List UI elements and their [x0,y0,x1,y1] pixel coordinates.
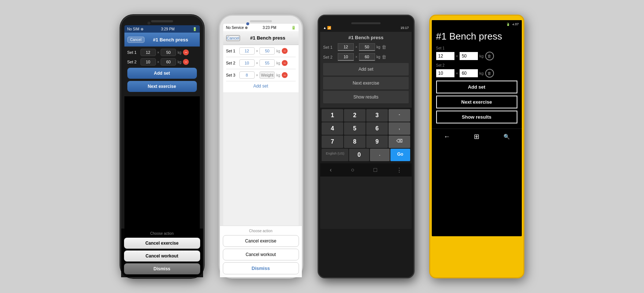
x-symbol-3: × [256,73,258,77]
iphone-black-device: No SIM ⊕ 3:29 PM 🔋 Cancel #1 Bench press… [120,15,204,278]
multiply-symbol-1: × [157,51,160,55]
numpad-8[interactable]: 8 [344,136,366,148]
set-2-label: Set 2 [127,60,139,64]
set-1-label-white: Set 1 [226,49,238,53]
x-symbol-1: × [256,49,258,53]
set-row-1-white: Set 1 × kg − [226,47,296,57]
android-delete-set-1[interactable]: 🗑 [382,44,386,50]
set-2-weight-white[interactable] [259,59,275,67]
numpad-1[interactable]: 1 [322,109,343,122]
wp-set-2-reps[interactable] [436,69,454,77]
numpad-language: English (US) [322,149,348,161]
android-time: 15:17 [400,26,409,30]
numpad-go[interactable]: Go [390,149,410,161]
numpad-comma[interactable]: , [389,122,410,135]
android-set-2-reps[interactable] [338,53,354,61]
numpad-6[interactable]: 6 [366,122,388,135]
wp-show-results-button[interactable]: Show results [436,111,517,123]
android-set-1: Set 1 × kg 🗑 [323,43,409,51]
add-set-link-white[interactable]: Add set [226,84,296,89]
numpad-4[interactable]: 4 [322,122,343,135]
wp-search-button[interactable]: 🔍 [503,134,510,140]
set-1-weight-white[interactable] [259,47,275,55]
nokia-device: NOKIA 🔋 4:07 #1 Bench press Set 1 × kg 🗑… [429,15,524,278]
android-back-button[interactable]: ‹ [330,167,332,173]
earpiece-speaker [151,20,173,22]
android-add-set-button[interactable]: Add set [323,63,409,75]
numpad-3[interactable]: 3 [366,109,388,122]
android-home-button[interactable]: ○ [351,167,355,173]
wp-set-1-row: × kg 🗑 [436,52,517,60]
wp-windows-button[interactable]: ⊞ [474,133,479,141]
wp-set-1-weight[interactable] [460,52,478,60]
remove-set-2-button[interactable]: − [183,59,189,65]
android-set-1-weight[interactable] [359,43,375,51]
carrier-signal-white: No Service ⊕ [226,26,248,30]
wp-set-1-label: Set 1 [436,46,517,50]
numpad-9[interactable]: 9 [366,136,388,148]
remove-set-2-white[interactable]: − [282,60,288,66]
android-screen: ▲ 📶 15:17 #1 Bench press Set 1 × kg 🗑 Se… [320,24,412,229]
set-row-2-white: Set 2 × kg − [226,59,296,69]
carrier-signal: No SIM ⊕ [127,27,143,31]
add-set-button[interactable]: Add set [127,68,197,79]
numpad-dash[interactable]: - [389,109,410,122]
android-delete-set-2[interactable]: 🗑 [382,54,386,60]
navigation-bar-white: Cancel #1 Bench press [223,31,299,45]
numpad-row-4: English (US) 0 . Go [322,149,410,161]
remove-set-1-white[interactable]: − [282,48,288,54]
set-1-weight-input[interactable] [161,49,176,56]
set-1-reps-input[interactable] [141,49,156,56]
wp-set-2-label: Set 2 [436,63,517,67]
set-2-weight-input[interactable] [161,58,176,66]
numpad-7[interactable]: 7 [322,136,343,148]
wp-delete-set-1[interactable]: 🗑 [485,52,494,60]
numpad-backspace[interactable]: ⌫ [389,136,410,148]
remove-set-3-white[interactable]: − [282,72,288,78]
set-2-reps-input[interactable] [141,58,156,66]
android-set-2-weight[interactable] [359,53,375,61]
multiply-symbol-2: × [157,60,160,64]
exercise-content-white: Set 1 × kg − Set 2 × kg − Set 3 × [223,45,299,92]
numpad-0[interactable]: 0 [349,149,369,161]
set-1-reps-white[interactable] [239,47,255,55]
set-3-reps-white[interactable] [239,71,255,79]
android-menu-button[interactable]: ⋮ [396,167,402,174]
wp-set-2-weight[interactable] [460,69,478,77]
wp-content-area: #1 Bench press Set 1 × kg 🗑 Set 2 × kg 🗑… [432,28,522,129]
cancel-bench-press-button[interactable]: Cancel [127,37,145,43]
cancel-exercise-white[interactable]: Cancel exercise [223,235,299,240]
status-bar: No SIM ⊕ 3:29 PM 🔋 [124,25,200,33]
android-show-results-button[interactable]: Show results [323,91,409,103]
wp-add-set-button[interactable]: Add set [436,81,517,93]
remove-set-1-button[interactable]: − [183,49,189,55]
android-navigation-bar: ‹ ○ □ ⋮ [320,163,412,177]
nav-title: #1 Bench press [145,37,197,42]
nav-title-white: #1 Bench press [240,35,296,41]
wp-exercise-title: #1 Bench press [436,31,517,42]
numpad-2[interactable]: 2 [344,109,366,122]
kg-1-white: kg [276,49,280,53]
wp-kg-2: kg [479,71,484,75]
set-2-reps-white[interactable] [239,59,255,67]
android-set-1-reps[interactable] [338,43,354,51]
iphone-white-device: No Service ⊕ 3:23 PM 🔋 Cancel #1 Bench p… [219,15,303,278]
wp-back-button[interactable]: ← [443,133,450,141]
cancel-button-white[interactable]: Cancel [226,35,240,41]
front-camera [147,22,150,25]
numpad-period[interactable]: . [370,149,390,161]
next-exercise-button[interactable]: Next exercise [127,81,197,92]
iphone-white-screen: No Service ⊕ 3:23 PM 🔋 Cancel #1 Bench p… [223,24,299,240]
wp-set-1-reps[interactable] [436,52,454,60]
numpad-row-3: 7 8 9 ⌫ [322,136,410,148]
android-set-2-label: Set 2 [323,55,336,59]
exercise-content: Set 1 × kg − Set 2 × kg − Add set Next e… [124,47,200,96]
set-3-weight-white[interactable] [259,71,275,79]
android-recents-button[interactable]: □ [374,167,377,173]
android-speaker [351,22,381,24]
numpad-5[interactable]: 5 [344,122,366,135]
set-3-label-white: Set 3 [226,73,238,77]
wp-next-exercise-button[interactable]: Next exercise [436,96,517,108]
android-next-exercise-button[interactable]: Next exercise [323,77,409,89]
wp-delete-set-2[interactable]: 🗑 [485,69,494,78]
